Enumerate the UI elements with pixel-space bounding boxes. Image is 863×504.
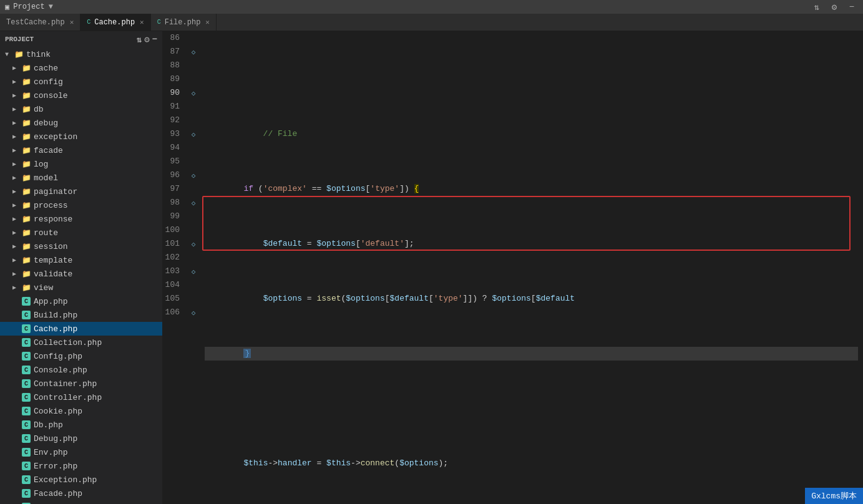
tree-file-build[interactable]: C Build.php	[0, 308, 162, 322]
folder-debug-arrow: ▶	[10, 119, 19, 127]
file-controller-icon: C	[21, 392, 31, 402]
tree-file-cache[interactable]: C Cache.php	[0, 322, 162, 336]
code-content[interactable]: // File if ('complex' == $options['type'…	[200, 31, 863, 504]
tree-folder-log[interactable]: ▶ 📁 log	[0, 157, 162, 171]
folder-facade-arrow: ▶	[10, 147, 19, 154]
folder-route-arrow: ▶	[10, 229, 19, 236]
ln-98: 98	[162, 196, 187, 210]
file-debug-icon: C	[21, 434, 31, 443]
tree-folder-response[interactable]: ▶ 📁 response	[0, 212, 162, 226]
folder-paginator-icon: 📁	[21, 187, 31, 196]
gt-90: ◇	[187, 86, 200, 100]
folder-cache-label: cache	[34, 64, 58, 73]
tree-folder-validate[interactable]: ▶ 📁 validate	[0, 267, 162, 281]
tab-file[interactable]: C File.php ✕	[151, 14, 217, 31]
sidebar-header: Project ⇅ ⚙ −	[0, 31, 162, 47]
file-exception-label: Exception.php	[34, 475, 97, 485]
folder-template-label: template	[34, 256, 72, 265]
gt-101: ◇	[187, 237, 200, 251]
gt-95	[187, 155, 200, 168]
ln-95: 95	[162, 155, 187, 168]
tree-folder-process[interactable]: ▶ 📁 process	[0, 198, 162, 212]
tree-file-env[interactable]: C Env.php	[0, 445, 162, 459]
folder-session-icon: 📁	[21, 241, 31, 251]
sidebar-minus-icon[interactable]: −	[152, 34, 157, 45]
gt-99	[187, 210, 200, 223]
gt-102	[187, 251, 200, 264]
tab-cache[interactable]: C Cache.php ✕	[80, 14, 150, 31]
tree-folder-view[interactable]: ▶ 📁 view	[0, 281, 162, 294]
gt-103: ◇	[187, 264, 200, 278]
tree-folder-config[interactable]: ▶ 📁 config	[0, 75, 162, 89]
folder-arrow: ▶	[10, 78, 19, 85]
tree-file-app[interactable]: C App.php	[0, 294, 162, 308]
tree-file-db[interactable]: C Db.php	[0, 418, 162, 432]
tab-cache-close[interactable]: ✕	[140, 18, 144, 26]
gt-106: ◇	[187, 306, 200, 319]
tree-file-collection[interactable]: C Collection.php	[0, 336, 162, 349]
tree-file-exception[interactable]: C Exception.php	[0, 473, 162, 487]
sidebar-arrange-icon[interactable]: ⇅	[137, 34, 142, 45]
tree-folder-paginator[interactable]: ▶ 📁 paginator	[0, 185, 162, 198]
file-db-icon: C	[21, 420, 31, 430]
tree-folder-session[interactable]: ▶ 📁 session	[0, 240, 162, 253]
ln-86: 86	[162, 31, 187, 45]
tree-folder-model[interactable]: ▶ 📁 model	[0, 171, 162, 185]
tab-bar: TestCache.php ✕ C Cache.php ✕ C File.php…	[0, 14, 863, 31]
tree-folder-facade[interactable]: ▶ 📁 facade	[0, 143, 162, 157]
sidebar-gear-icon[interactable]: ⚙	[144, 34, 149, 45]
ln-103: 103	[162, 264, 187, 278]
folder-model-icon: 📁	[21, 173, 31, 183]
gt-86	[187, 31, 200, 45]
tab-file-label: File.php	[165, 18, 201, 27]
tree-file-config[interactable]: C Config.php	[0, 349, 162, 363]
tab-file-close[interactable]: ✕	[205, 18, 210, 26]
file-debug-label: Debug.php	[34, 434, 77, 443]
folder-console-arrow: ▶	[10, 92, 19, 99]
folder-view-label: view	[34, 283, 53, 293]
folder-exception-label: exception	[34, 132, 77, 142]
folder-route-icon: 📁	[21, 228, 31, 238]
tree-file-controller[interactable]: C Controller.php	[0, 390, 162, 404]
tree-folder-db[interactable]: ▶ 📁 db	[0, 102, 162, 116]
gt-92	[187, 114, 200, 127]
tree-file-cookie[interactable]: C Cookie.php	[0, 404, 162, 418]
code-line-87: if ('complex' == $options['type']) {	[205, 182, 858, 196]
tree-file-container[interactable]: C Container.php	[0, 377, 162, 390]
tree-folder-route[interactable]: ▶ 📁 route	[0, 226, 162, 240]
root-folder-icon: 📁	[14, 49, 24, 59]
minus-icon[interactable]: −	[846, 1, 858, 13]
gear-icon[interactable]: ⚙	[828, 1, 841, 13]
tab-testcache-close[interactable]: ✕	[70, 18, 74, 26]
tree-folder-console[interactable]: ▶ 📁 console	[0, 89, 162, 102]
folder-icon: 📁	[21, 77, 31, 87]
tree-file-error[interactable]: C Error.php	[0, 459, 162, 473]
project-dropdown-icon[interactable]: ▼	[49, 2, 53, 11]
tree-file-facade[interactable]: C Facade.php	[0, 487, 162, 500]
tree-folder-cache[interactable]: ▶ 📁 cache	[0, 61, 162, 75]
code-line-92: $this->handler = $this->connect($options…	[205, 457, 858, 470]
code-line-90: }	[205, 347, 858, 361]
tree-folder-template[interactable]: ▶ 📁 template	[0, 253, 162, 267]
gt-100	[187, 223, 200, 237]
folder-exception-arrow: ▶	[10, 133, 19, 140]
ln-97: 97	[162, 182, 187, 196]
tree-root-think[interactable]: ▼ 📁 think	[0, 47, 162, 61]
tree-file-file[interactable]: C File.php	[0, 500, 162, 504]
file-cache-label: Cache.php	[34, 324, 77, 334]
tree-folder-debug[interactable]: ▶ 📁 debug	[0, 116, 162, 130]
folder-cache-icon: 📁	[21, 63, 31, 73]
tree-folder-exception[interactable]: ▶ 📁 exception	[0, 130, 162, 143]
ln-88: 88	[162, 59, 187, 72]
code-editor[interactable]: 86 87 88 89 90 91 92 93 94 95 96 97 98 9…	[162, 31, 863, 504]
tree-file-debug[interactable]: C Debug.php	[0, 432, 162, 445]
file-app-icon: C	[21, 296, 31, 306]
tab-testcache[interactable]: TestCache.php ✕	[0, 14, 80, 31]
gutter: ◇ ◇ ◇ ◇ ◇ ◇ ◇ ◇	[187, 31, 200, 504]
tree-file-console[interactable]: C Console.php	[0, 363, 162, 377]
folder-debug-icon: 📁	[21, 118, 31, 128]
arrange-icon[interactable]: ⇅	[811, 1, 823, 13]
gt-98: ◇	[187, 196, 200, 210]
folder-facade-icon: 📁	[21, 145, 31, 155]
folder-route-label: route	[34, 228, 58, 238]
